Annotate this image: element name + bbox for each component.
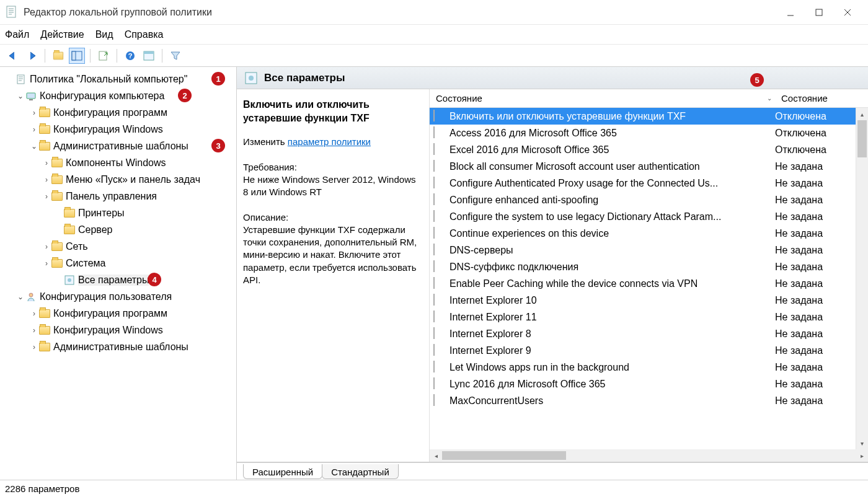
folder-icon (63, 207, 76, 219)
policy-item-icon (433, 278, 446, 290)
show-tree-button[interactable] (69, 48, 85, 64)
tree-pane[interactable]: Политика "Локальный компьютер" 1 ⌄ Конфи… (0, 67, 237, 480)
folder-icon (38, 341, 51, 353)
expander-open-icon[interactable]: ⌄ (16, 92, 25, 100)
row-state: Не задана (775, 211, 856, 222)
list-pane: 5 Состояние ⌄ Состояние Включить или отк… (429, 89, 868, 462)
filter-button[interactable] (167, 48, 184, 64)
list-body[interactable]: Включить или отключить устаревшие функци… (430, 108, 856, 449)
tree-root[interactable]: Политика "Локальный компьютер" 1 (1, 71, 236, 87)
list-row[interactable]: Internet Explorer 8Не задана (430, 325, 856, 342)
tree-item[interactable]: ›Административные шаблоны (1, 338, 236, 355)
scroll-thumb[interactable] (442, 451, 566, 460)
expander-closed-icon[interactable]: › (42, 192, 51, 201)
tree-item[interactable]: ›Меню «Пуск» и панель задач (1, 171, 236, 188)
folder-icon (38, 107, 51, 119)
tree-item[interactable]: ›Конфигурация Windows (1, 121, 236, 138)
expander-open-icon[interactable]: ⌄ (16, 293, 25, 301)
expander-open-icon[interactable]: ⌄ (30, 142, 38, 151)
list-row[interactable]: Internet Explorer 9Не задана (430, 342, 856, 359)
scroll-left-icon[interactable]: ◂ (430, 452, 442, 459)
back-button[interactable] (5, 48, 21, 64)
tree-item[interactable]: ›Система (1, 255, 236, 271)
column-name[interactable]: Состояние (430, 93, 764, 103)
list-header[interactable]: Состояние ⌄ Состояние (430, 89, 868, 108)
maximize-button[interactable] (805, 0, 833, 25)
list-row[interactable]: Access 2016 для Microsoft Office 365Откл… (430, 125, 856, 141)
menu-bar: Файл Действие Вид Справка (0, 25, 868, 45)
expander-closed-icon[interactable]: › (42, 242, 51, 251)
folder-icon (51, 190, 63, 203)
svg-rect-1 (816, 9, 822, 15)
expander-closed-icon[interactable]: › (30, 108, 38, 117)
tree-item[interactable]: Принтеры (1, 205, 236, 221)
menu-view[interactable]: Вид (95, 29, 113, 40)
tree-item[interactable]: ›Панель управления (1, 188, 236, 205)
list-row[interactable]: Internet Explorer 10Не задана (430, 292, 856, 309)
tree-item[interactable]: ›Конфигурация программ (1, 305, 236, 322)
list-row[interactable]: Excel 2016 для Microsoft Office 365Отклю… (430, 141, 856, 158)
tree-user-config[interactable]: ⌄Конфигурация пользователя (1, 288, 236, 305)
column-state[interactable]: Состояние (775, 93, 856, 103)
expander-closed-icon[interactable]: › (30, 326, 38, 335)
row-name: MaxConcurrentUsers (450, 395, 775, 407)
up-button[interactable] (50, 48, 66, 64)
list-row[interactable]: Configure enhanced anti-spoofingНе задан… (430, 192, 856, 208)
scroll-up-icon[interactable]: ▴ (856, 108, 868, 120)
list-row[interactable]: Configure the system to use legacy Dicti… (430, 208, 856, 225)
expander-closed-icon[interactable]: › (30, 125, 38, 134)
row-name: Internet Explorer 9 (450, 345, 775, 356)
list-row[interactable]: Continue experiences on this deviceНе за… (430, 225, 856, 242)
row-name: Continue experiences on this device (450, 228, 775, 239)
row-name: Configure enhanced anti-spoofing (450, 195, 775, 206)
tree-item[interactable]: Сервер (1, 221, 236, 238)
menu-file[interactable]: Файл (5, 29, 29, 40)
expander-closed-icon[interactable]: › (42, 175, 51, 184)
list-row[interactable]: DNS-суффикс подключенияНе задана (430, 258, 856, 275)
tree-item[interactable]: ›Сеть (1, 238, 236, 255)
settings-icon (63, 274, 76, 286)
forward-button[interactable] (24, 48, 40, 64)
tab-standard[interactable]: Стандартный (322, 464, 399, 479)
list-row[interactable]: Let Windows apps run in the backgroundНе… (430, 359, 856, 376)
requirements-text: Не ниже Windows Server 2012, Windows 8 и… (243, 174, 420, 199)
window-title: Редактор локальной групповой политики (24, 7, 776, 18)
tree-item[interactable]: ›Конфигурация программ (1, 104, 236, 121)
folder-icon (51, 257, 63, 270)
policy-item-icon (433, 227, 446, 240)
row-state: Не задана (775, 312, 856, 323)
tab-extended[interactable]: Расширенный (243, 464, 322, 479)
list-row[interactable]: DNS-серверыНе задана (430, 242, 856, 258)
scroll-down-icon[interactable]: ▾ (856, 437, 868, 449)
list-row[interactable]: Block all consumer Microsoft account use… (430, 158, 856, 175)
horizontal-scrollbar[interactable]: ◂ ▸ (430, 449, 868, 462)
expander-closed-icon[interactable]: › (42, 159, 51, 167)
close-button[interactable] (833, 0, 862, 25)
expander-closed-icon[interactable]: › (30, 343, 38, 351)
export-button[interactable] (95, 48, 112, 64)
edit-policy-link[interactable]: параметр политики (288, 136, 371, 147)
list-row[interactable]: Lync 2016 для Microsoft Office 365Не зад… (430, 376, 856, 392)
tree-all-settings[interactable]: Все параметры 4 (1, 271, 236, 288)
scroll-right-icon[interactable]: ▸ (856, 452, 868, 459)
expander-closed-icon[interactable]: › (30, 309, 38, 318)
tree-computer-config[interactable]: ⌄ Конфигурация компьютера 2 (1, 87, 236, 104)
list-row[interactable]: Internet Explorer 11Не задана (430, 309, 856, 325)
scroll-thumb[interactable] (857, 120, 867, 157)
svg-point-16 (249, 76, 254, 81)
folder-icon (38, 123, 51, 136)
list-row[interactable]: MaxConcurrentUsersНе задана (430, 392, 856, 409)
list-row[interactable]: Configure Authenticated Proxy usage for … (430, 175, 856, 192)
expander-closed-icon[interactable]: › (42, 259, 51, 268)
minimize-button[interactable] (776, 0, 805, 25)
list-row[interactable]: Enable Peer Caching while the device con… (430, 275, 856, 292)
help-button[interactable]: ? (122, 48, 138, 64)
menu-help[interactable]: Справка (125, 29, 164, 40)
list-row[interactable]: Включить или отключить устаревшие функци… (430, 108, 856, 125)
properties-button[interactable] (141, 48, 157, 64)
menu-action[interactable]: Действие (40, 29, 84, 40)
tree-item[interactable]: ›Конфигурация Windows (1, 322, 236, 338)
vertical-scrollbar[interactable]: ▴ ▾ (856, 108, 868, 449)
tree-admin-templates[interactable]: ⌄Административные шаблоны 3 (1, 138, 236, 154)
tree-item[interactable]: ›Компоненты Windows (1, 154, 236, 171)
